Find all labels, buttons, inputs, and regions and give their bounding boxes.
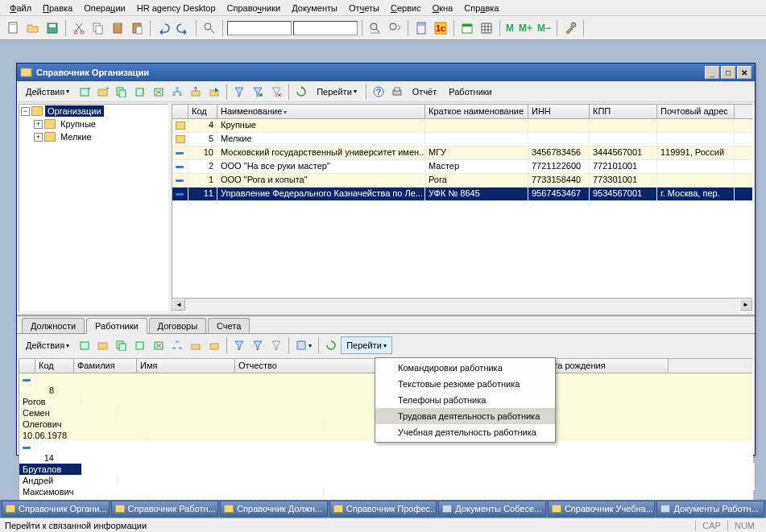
m-label[interactable]: M <box>504 23 515 34</box>
emp-move-icon[interactable] <box>205 336 223 354</box>
font-combo[interactable] <box>293 21 358 35</box>
emp-delete-icon[interactable] <box>150 336 168 354</box>
menu-refs[interactable]: Справочники <box>222 2 286 14</box>
open-icon[interactable] <box>24 19 42 37</box>
menu-item-trips[interactable]: Командировки работника <box>375 360 555 376</box>
task-interviews[interactable]: Документы Собесе... <box>438 501 546 517</box>
menu-item-education[interactable]: Учебная деятельность работника <box>375 424 555 440</box>
level-up-icon[interactable] <box>187 83 205 101</box>
cut-icon[interactable] <box>70 19 88 37</box>
help-icon[interactable]: ? <box>370 83 387 101</box>
org-grid-header[interactable]: Код Наименование Краткое наименование ИН… <box>172 105 752 119</box>
add-copy-icon[interactable] <box>113 83 130 101</box>
task-prof[interactable]: Справочник Профес... <box>329 501 437 517</box>
table-row[interactable]: 4Крупные <box>172 119 752 133</box>
clear-filter-icon[interactable] <box>267 83 285 101</box>
menu-help[interactable]: Справка <box>459 2 503 14</box>
emp-edit-icon[interactable] <box>131 336 149 354</box>
emp-add-group-icon[interactable] <box>94 336 112 354</box>
redo-icon[interactable] <box>174 19 192 37</box>
menu-item-resumes[interactable]: Текстовые резюме работника <box>375 376 555 392</box>
emp-filter-icon[interactable] <box>230 336 248 354</box>
edit-icon[interactable] <box>131 83 149 101</box>
tab-positions[interactable]: Должности <box>22 318 85 333</box>
table-icon[interactable] <box>478 19 495 37</box>
copy-icon[interactable] <box>89 19 107 37</box>
paste-special-icon[interactable] <box>128 19 146 37</box>
filter-by-value-icon[interactable] <box>249 83 267 101</box>
mark-delete-icon[interactable] <box>150 83 168 101</box>
menu-docs[interactable]: Документы <box>287 2 342 14</box>
calc-icon[interactable] <box>412 19 430 37</box>
task-workdocs[interactable]: Документы Работн... <box>656 501 764 517</box>
calendar-icon[interactable] <box>458 19 476 37</box>
maximize-button[interactable]: □ <box>721 66 735 79</box>
menu-item-work-history[interactable]: Трудовая деятельность работника <box>375 408 555 424</box>
task-workers[interactable]: Справочник Работн... <box>111 501 219 517</box>
new-doc-icon[interactable] <box>5 19 23 37</box>
table-row[interactable]: 14БруталовАндрейМаксимович05.05.1979 <box>19 441 752 509</box>
hierarchy-icon[interactable] <box>168 83 186 101</box>
menu-reports[interactable]: Отчеты <box>344 2 384 14</box>
paste-icon[interactable] <box>109 19 126 37</box>
emp-filter-val-icon[interactable] <box>249 336 267 354</box>
table-row[interactable]: 5Мелкие <box>172 133 752 146</box>
1c-icon[interactable]: 1c <box>432 19 449 37</box>
report-button[interactable]: Отчёт <box>407 83 442 101</box>
close-button[interactable]: ✕ <box>737 66 752 79</box>
table-row[interactable]: 11Управление Федерального Казначейства п… <box>172 188 752 201</box>
tab-contracts[interactable]: Договоры <box>149 318 206 333</box>
menu-service[interactable]: Сервис <box>386 2 426 14</box>
find-icon[interactable] <box>201 19 218 37</box>
undo-icon[interactable] <box>155 19 172 37</box>
add-group-icon[interactable]: + <box>94 83 112 101</box>
goto-button[interactable]: Перейти <box>311 83 362 101</box>
actions-button[interactable]: Действия <box>20 83 75 101</box>
emp-actions-button[interactable]: Действия <box>20 336 75 354</box>
refresh-icon[interactable] <box>292 83 310 101</box>
menu-ops[interactable]: Операции <box>79 2 130 14</box>
emp-hierarchy-icon[interactable] <box>168 336 186 354</box>
emp-up-icon[interactable] <box>187 336 205 354</box>
task-positions[interactable]: Справочник Должн... <box>220 501 328 517</box>
menu-windows[interactable]: Окна <box>428 2 458 14</box>
tab-employees[interactable]: Работники <box>86 318 147 334</box>
emp-clear-filter-icon[interactable] <box>267 336 285 354</box>
org-tree[interactable]: −Организации +Крупные +Мелкие <box>19 104 168 311</box>
task-orgs[interactable]: Справочник Органи... <box>2 501 110 517</box>
table-row[interactable]: 1ООО "Рога и копыта"Рога7733158440773301… <box>172 174 752 188</box>
filter-icon[interactable] <box>230 83 248 101</box>
add-icon[interactable]: + <box>76 83 93 101</box>
tree-node-small[interactable]: +Мелкие <box>19 130 168 143</box>
m-minus-label[interactable]: M− <box>536 23 553 34</box>
menu-hragency[interactable]: HR agency Desktop <box>132 2 221 14</box>
tools-icon[interactable] <box>561 19 579 37</box>
minimize-button[interactable]: _ <box>705 66 719 79</box>
task-education[interactable]: Справочник Учебна... <box>548 501 656 517</box>
emp-goto-button[interactable]: Перейти <box>341 336 392 354</box>
tree-node-large[interactable]: +Крупные <box>19 118 168 130</box>
horiz-scrollbar[interactable]: ◄► <box>172 298 752 311</box>
table-row[interactable]: 10Московский государственный университет… <box>172 146 752 160</box>
save-icon[interactable] <box>43 19 61 37</box>
print-icon[interactable] <box>388 83 406 101</box>
find-next-icon[interactable] <box>386 19 404 37</box>
menu-item-phones[interactable]: Телефоны работника <box>375 392 555 408</box>
employees-button[interactable]: Работники <box>443 83 497 101</box>
tree-root[interactable]: −Организации <box>19 105 168 118</box>
table-row[interactable]: 2ООО "На все руки мастер"Мастер772112260… <box>172 160 752 174</box>
goto-popup-menu[interactable]: Командировки работника Текстовые резюме … <box>375 357 556 443</box>
m-plus-label[interactable]: M+ <box>517 23 534 34</box>
emp-extra-icon[interactable] <box>292 336 315 354</box>
emp-copy-icon[interactable] <box>113 336 130 354</box>
move-to-group-icon[interactable] <box>205 83 223 101</box>
menu-file[interactable]: Файл <box>5 2 36 14</box>
menu-edit[interactable]: Правка <box>38 2 77 14</box>
emp-add-icon[interactable] <box>76 336 93 354</box>
style-combo[interactable] <box>227 21 292 35</box>
window-titlebar[interactable]: Справочник Организации _ □ ✕ <box>17 64 755 81</box>
tab-accounts[interactable]: Счета <box>208 318 250 333</box>
org-grid[interactable]: Код Наименование Краткое наименование ИН… <box>172 104 753 311</box>
find-in-list-icon[interactable] <box>366 19 384 37</box>
emp-refresh-icon[interactable] <box>322 336 340 354</box>
